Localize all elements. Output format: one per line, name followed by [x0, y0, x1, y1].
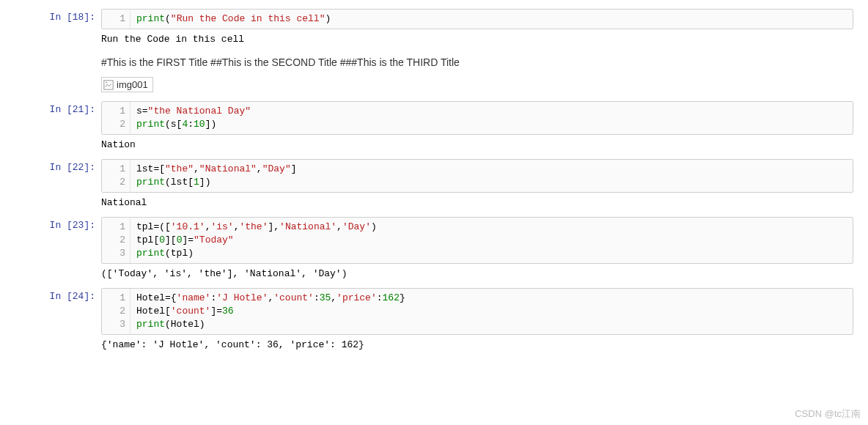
stdout-output: (['Today', 'is', 'the'], 'National', 'Da… [101, 264, 853, 287]
line-gutter: 1 [102, 10, 130, 29]
code-input-area[interactable]: 1 2 3 Hotel={'name':'J Hotle','count':35… [101, 288, 853, 335]
code-text: lst=["the","National","Day"] print(lst[1… [130, 160, 303, 192]
line-gutter: 1 2 3 [102, 218, 130, 263]
broken-image: img001 [101, 77, 153, 92]
code-cell[interactable]: In [18]: 1 print("Run the Code in this c… [15, 9, 853, 29]
stdout-output: Run the Code in this cell [101, 29, 853, 52]
code-input-area[interactable]: 1 print("Run the Code in this cell") [101, 9, 853, 29]
in-prompt: In [24]: [15, 288, 101, 335]
notebook: In [18]: 1 print("Run the Code in this c… [0, 0, 868, 365]
svg-rect-0 [104, 80, 113, 89]
stdout-output: Nation [101, 135, 853, 158]
code-text: s="the National Day" print(s[4:10]) [130, 102, 257, 134]
code-text: tpl=(['10.1','is','the'],'National','Day… [130, 218, 383, 263]
in-prompt: In [23]: [15, 217, 101, 264]
code-text: print("Run the Code in this cell") [130, 10, 336, 29]
line-gutter: 1 2 [102, 160, 130, 192]
code-cell[interactable]: In [23]: 1 2 3 tpl=(['10.1','is','the'],… [15, 217, 853, 264]
image-alt-text: img001 [117, 79, 148, 90]
code-cell[interactable]: In [21]: 1 2 s="the National Day" print(… [15, 101, 853, 135]
stdout-output: {'name': 'J Hotle', 'count': 36, 'price'… [101, 335, 853, 358]
code-input-area[interactable]: 1 2 3 tpl=(['10.1','is','the'],'National… [101, 217, 853, 264]
svg-point-1 [106, 81, 108, 83]
code-cell[interactable]: In [24]: 1 2 3 Hotel={'name':'J Hotle','… [15, 288, 853, 335]
in-prompt: In [22]: [15, 159, 101, 193]
code-text: Hotel={'name':'J Hotle','count':35,'pric… [130, 289, 411, 334]
stdout-output: National [101, 193, 853, 215]
code-cell[interactable]: In [22]: 1 2 lst=["the","National","Day"… [15, 159, 853, 193]
code-input-area[interactable]: 1 2 s="the National Day" print(s[4:10]) [101, 101, 853, 135]
in-prompt: In [21]: [15, 101, 101, 135]
line-gutter: 1 2 [102, 102, 130, 134]
code-input-area[interactable]: 1 2 lst=["the","National","Day"] print(l… [101, 159, 853, 193]
markdown-cell[interactable]: #This is the FIRST Title ##This is the S… [101, 52, 853, 75]
line-gutter: 1 2 3 [102, 289, 130, 334]
in-prompt: In [18]: [15, 9, 101, 29]
broken-image-icon [103, 80, 114, 90]
